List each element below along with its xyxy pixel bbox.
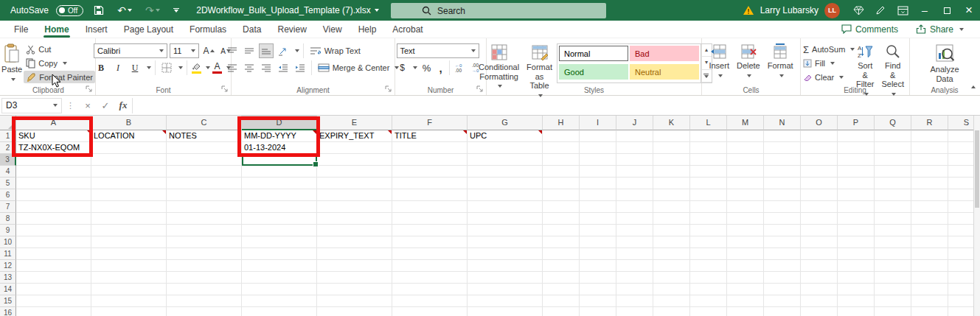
row-header-11[interactable]: 11 xyxy=(0,248,16,260)
cell-F4[interactable] xyxy=(392,166,468,178)
cell-B12[interactable] xyxy=(91,260,167,272)
cell-Q14[interactable] xyxy=(875,284,911,295)
cell-L8[interactable] xyxy=(690,213,727,225)
cell-A6[interactable] xyxy=(16,189,91,201)
cell-O5[interactable] xyxy=(801,178,838,189)
cell-I3[interactable] xyxy=(580,154,616,166)
underline-button[interactable]: U xyxy=(128,60,142,75)
cell-K14[interactable] xyxy=(653,284,690,295)
cell-O1[interactable] xyxy=(801,130,838,142)
cell-E11[interactable] xyxy=(317,248,392,260)
cell-H11[interactable] xyxy=(543,248,580,260)
cell-A11[interactable] xyxy=(16,248,91,260)
cell-B2[interactable] xyxy=(91,142,167,154)
cell-I10[interactable] xyxy=(580,236,616,248)
cell-K12[interactable] xyxy=(653,260,690,272)
cell-C2[interactable] xyxy=(167,142,242,154)
cell-C11[interactable] xyxy=(167,248,242,260)
cell-J6[interactable] xyxy=(616,189,653,201)
clear-button[interactable]: Clear xyxy=(803,71,852,83)
cell-M15[interactable] xyxy=(727,295,764,307)
cell-Q11[interactable] xyxy=(875,248,911,260)
alignment-dialog-launcher[interactable] xyxy=(385,85,392,93)
save-button[interactable] xyxy=(91,4,107,17)
cell-I13[interactable] xyxy=(580,272,616,284)
cell-C4[interactable] xyxy=(167,166,242,178)
cell-A8[interactable] xyxy=(16,213,91,225)
cell-M2[interactable] xyxy=(727,142,764,154)
cell-D9[interactable] xyxy=(242,225,317,236)
cell-G3[interactable] xyxy=(468,154,543,166)
cell-G9[interactable] xyxy=(468,225,543,236)
cell-B5[interactable] xyxy=(91,178,167,189)
cell-D7[interactable] xyxy=(242,201,317,213)
cell-M11[interactable] xyxy=(727,248,764,260)
scrollbar-thumb[interactable] xyxy=(975,130,979,208)
cell-I9[interactable] xyxy=(580,225,616,236)
cell-J10[interactable] xyxy=(616,236,653,248)
cell-G11[interactable] xyxy=(468,248,543,260)
cell-E10[interactable] xyxy=(317,236,392,248)
decrease-indent-button[interactable] xyxy=(276,60,291,75)
cell-R12[interactable] xyxy=(911,260,948,272)
cell-A10[interactable] xyxy=(16,236,91,248)
column-header-O[interactable]: O xyxy=(801,116,838,130)
cell-A14[interactable] xyxy=(16,284,91,295)
enter-button[interactable]: ✓ xyxy=(97,100,114,111)
tab-acrobat[interactable]: Acrobat xyxy=(384,21,431,38)
cell-K6[interactable] xyxy=(653,189,690,201)
column-header-Q[interactable]: Q xyxy=(875,116,911,130)
analyze-data-button[interactable]: Analyze Data xyxy=(923,41,966,83)
cell-J13[interactable] xyxy=(616,272,653,284)
cell-E13[interactable] xyxy=(317,272,392,284)
name-box-resizer[interactable]: ⋮ xyxy=(62,101,79,110)
cell-B7[interactable] xyxy=(91,201,167,213)
cell-E15[interactable] xyxy=(317,295,392,307)
cell-A16[interactable] xyxy=(16,307,91,316)
cell-C14[interactable] xyxy=(167,284,242,295)
cell-A7[interactable] xyxy=(16,201,91,213)
cell-P1[interactable] xyxy=(838,130,875,142)
cell-N11[interactable] xyxy=(764,248,801,260)
cell-Q9[interactable] xyxy=(875,225,911,236)
cell-M16[interactable] xyxy=(727,307,764,316)
cell-I5[interactable] xyxy=(580,178,616,189)
cell-D5[interactable] xyxy=(242,178,317,189)
cell-P12[interactable] xyxy=(838,260,875,272)
user-name[interactable]: Larry Lubarsky xyxy=(760,5,819,15)
cell-E12[interactable] xyxy=(317,260,392,272)
cell-P11[interactable] xyxy=(838,248,875,260)
cell-C13[interactable] xyxy=(167,272,242,284)
cell-R1[interactable] xyxy=(911,130,948,142)
cell-Q1[interactable] xyxy=(875,130,911,142)
borders-button[interactable] xyxy=(159,60,174,75)
cell-F3[interactable] xyxy=(392,154,468,166)
middle-align-button[interactable] xyxy=(242,43,257,58)
cell-O6[interactable] xyxy=(801,189,838,201)
cell-K8[interactable] xyxy=(653,213,690,225)
cell-N12[interactable] xyxy=(764,260,801,272)
cell-R13[interactable] xyxy=(911,272,948,284)
column-header-R[interactable]: R xyxy=(911,116,948,130)
sort-filter-button[interactable]: AZ Sort & Filter xyxy=(853,41,877,83)
cell-E16[interactable] xyxy=(317,307,392,316)
name-box[interactable]: D3 xyxy=(1,98,62,113)
column-header-N[interactable]: N xyxy=(764,116,801,130)
cell-L1[interactable] xyxy=(690,130,727,142)
row-header-16[interactable]: 16 xyxy=(0,307,16,316)
cell-D12[interactable] xyxy=(242,260,317,272)
cell-E4[interactable] xyxy=(317,166,392,178)
fill-button[interactable]: Fill xyxy=(803,57,852,69)
row-header-12[interactable]: 12 xyxy=(0,260,16,272)
cell-P10[interactable] xyxy=(838,236,875,248)
cell-R8[interactable] xyxy=(911,213,948,225)
cell-P5[interactable] xyxy=(838,178,875,189)
cell-O9[interactable] xyxy=(801,225,838,236)
comments-button[interactable]: Comments xyxy=(835,23,904,36)
cell-P6[interactable] xyxy=(838,189,875,201)
row-header-8[interactable]: 8 xyxy=(0,213,16,225)
cell-C1[interactable]: NOTES xyxy=(167,130,242,142)
cell-L9[interactable] xyxy=(690,225,727,236)
cell-M13[interactable] xyxy=(727,272,764,284)
merge-center-button[interactable]: Merge & Center xyxy=(316,61,402,74)
